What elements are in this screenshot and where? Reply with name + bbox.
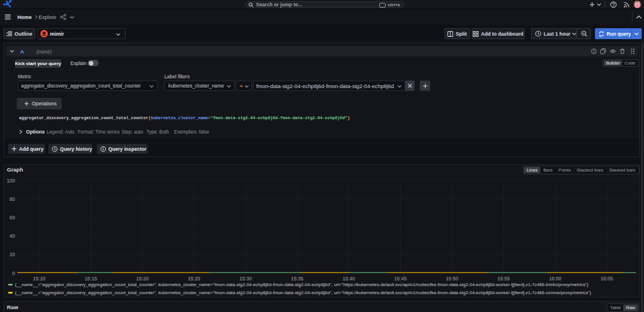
- svg-text:15:45: 15:45: [394, 276, 407, 281]
- svg-text:15:35: 15:35: [291, 276, 304, 281]
- svg-text:40: 40: [9, 233, 15, 239]
- svg-text:16:05: 16:05: [601, 276, 613, 281]
- svg-text:15:50: 15:50: [446, 276, 458, 281]
- svg-text:15:20: 15:20: [136, 276, 149, 281]
- svg-text:15:25: 15:25: [188, 276, 201, 281]
- svg-text:0: 0: [12, 271, 15, 276]
- svg-text:15:40: 15:40: [342, 276, 355, 281]
- svg-text:100: 100: [7, 178, 16, 184]
- svg-text:20: 20: [9, 252, 15, 257]
- svg-text:15:10: 15:10: [33, 276, 46, 281]
- svg-text:80: 80: [9, 196, 15, 202]
- svg-text:60: 60: [9, 215, 15, 220]
- svg-text:15:30: 15:30: [239, 276, 252, 281]
- svg-text:15:15: 15:15: [85, 276, 97, 281]
- svg-text:15:55: 15:55: [498, 276, 510, 281]
- svg-text:16:00: 16:00: [549, 276, 562, 281]
